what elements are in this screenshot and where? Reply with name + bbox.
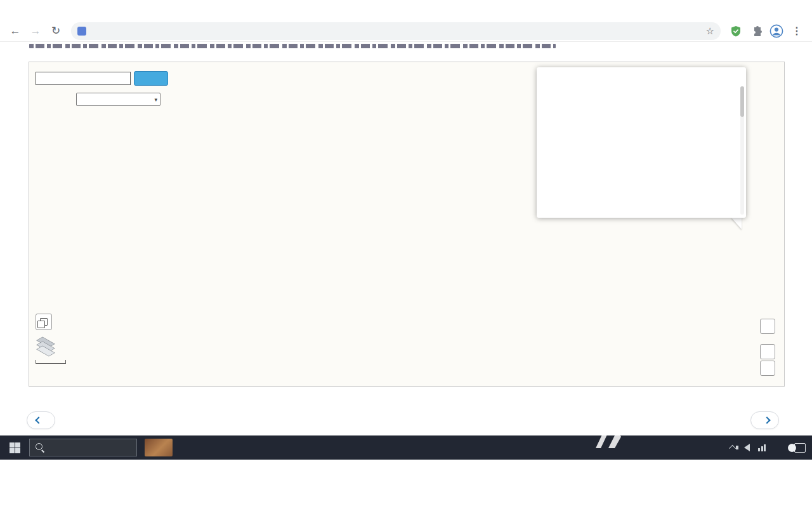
browser-toolbar: ← → ↻ ☆ ⋮ xyxy=(0,20,812,42)
layers-button[interactable] xyxy=(34,338,58,358)
chevron-down-icon: ▾ xyxy=(154,96,157,103)
action-center-icon[interactable] xyxy=(794,443,806,453)
system-tray xyxy=(731,443,812,453)
taskbar-search[interactable] xyxy=(29,439,137,456)
taskbar-thumbnail[interactable] xyxy=(145,439,173,456)
volume-icon[interactable] xyxy=(744,444,750,451)
cadastral-map: ▾ xyxy=(29,62,785,387)
popup-title xyxy=(537,67,746,76)
map-legend-button[interactable] xyxy=(36,314,52,330)
windows-taskbar xyxy=(0,435,812,460)
profile-avatar[interactable] xyxy=(768,22,785,40)
adblock-shield-icon[interactable] xyxy=(727,22,745,40)
address-bar[interactable]: ☆ xyxy=(71,22,721,40)
zoom-out-button[interactable] xyxy=(760,361,775,376)
popup-scrollbar-thumb[interactable] xyxy=(740,86,744,117)
map-extra-button[interactable] xyxy=(760,319,775,334)
forward-button[interactable]: → xyxy=(27,22,44,40)
chevron-right-icon xyxy=(763,416,770,423)
clipped-text-line xyxy=(29,44,556,48)
popup-tail xyxy=(731,217,742,229)
prev-city-link[interactable] xyxy=(27,411,55,429)
back-button[interactable]: ← xyxy=(6,22,24,40)
reload-button[interactable]: ↻ xyxy=(47,22,65,40)
parcel-info-popup xyxy=(537,67,746,218)
cadastral-search-input[interactable] xyxy=(36,72,131,85)
definition-select[interactable]: ▾ xyxy=(76,93,160,106)
pages-icon xyxy=(40,318,48,326)
tray-chevron-icon[interactable] xyxy=(729,445,736,452)
network-icon[interactable] xyxy=(758,444,766,451)
extensions-icon[interactable] xyxy=(747,22,765,40)
search-icon xyxy=(36,443,44,452)
site-icon xyxy=(77,27,86,36)
desktop-screenshot: ← → ↻ ☆ ⋮ ▾ xyxy=(0,0,812,525)
popup-scrollbar[interactable] xyxy=(740,86,744,215)
windows-logo-icon xyxy=(10,442,20,453)
next-city-link[interactable] xyxy=(750,411,779,429)
scale-bar xyxy=(36,360,66,364)
start-button[interactable] xyxy=(0,435,29,460)
zoom-in-button[interactable] xyxy=(760,344,775,359)
notification-badge xyxy=(788,444,796,452)
chevron-left-icon xyxy=(35,416,42,423)
bookmark-star-icon[interactable]: ☆ xyxy=(706,25,714,37)
browser-menu-icon[interactable]: ⋮ xyxy=(788,22,806,40)
find-button[interactable] xyxy=(134,71,168,86)
scale-control xyxy=(36,359,66,364)
